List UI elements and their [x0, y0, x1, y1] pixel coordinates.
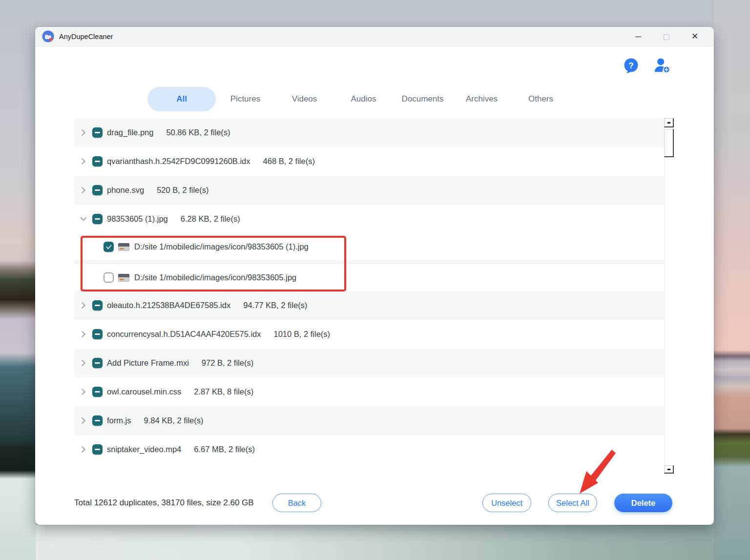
- tab-label: Pictures: [230, 94, 260, 104]
- chevron-down-icon[interactable]: [81, 216, 86, 222]
- tab-documents[interactable]: Documents: [393, 87, 452, 111]
- tab-label: Archives: [466, 94, 498, 104]
- file-group-name: qvarianthash.h.2542FD9C0991260B.idx: [107, 157, 250, 166]
- tab-videos[interactable]: Videos: [275, 87, 334, 111]
- chevron-right-icon[interactable]: [81, 129, 86, 136]
- tabs: AllPicturesVideosAudiosDocumentsArchives…: [147, 87, 570, 111]
- tab-archives[interactable]: Archives: [452, 87, 511, 111]
- file-group-name: sniptaker_video.mp4: [107, 445, 181, 454]
- tab-label: Documents: [402, 94, 444, 104]
- group-checkbox-indeterminate[interactable]: [92, 329, 103, 339]
- total-summary: Total 12612 duplicates, 38170 files, siz…: [74, 498, 254, 508]
- file-group-row[interactable]: oleauto.h.212538BA4DE67585.idx 94.77 KB,…: [74, 291, 664, 320]
- file-checkbox-unchecked[interactable]: [104, 272, 114, 283]
- tab-all[interactable]: All: [147, 87, 216, 111]
- toolbar: ?: [623, 57, 702, 74]
- group-checkbox-indeterminate[interactable]: [92, 444, 103, 455]
- file-group-name: owl.carousel.min.css: [107, 387, 181, 396]
- scrollbar[interactable]: [664, 118, 674, 474]
- file-group-name: concurrencysal.h.D51AC4AAF420E575.idx: [107, 330, 261, 339]
- help-icon[interactable]: ?: [623, 57, 639, 74]
- scrollbar-thumb[interactable]: [664, 129, 674, 157]
- maximize-button[interactable]: ▢: [652, 27, 681, 46]
- group-checkbox-indeterminate[interactable]: [92, 358, 103, 368]
- group-checkbox-indeterminate[interactable]: [92, 127, 103, 138]
- chevron-right-icon[interactable]: [81, 446, 86, 453]
- duplicate-children-group: D:/site 1/mobiledic/images/icon/98353605…: [74, 233, 664, 291]
- tab-label: Audios: [351, 94, 376, 104]
- wallpaper-marsh-strip: [714, 0, 750, 560]
- tab-label: All: [176, 94, 187, 104]
- file-thumbnail-icon: [118, 274, 129, 282]
- file-group-row[interactable]: phone.svg 520 B, 2 file(s): [74, 176, 664, 205]
- wallpaper-mountain-strip: [0, 0, 36, 560]
- file-group-name: oleauto.h.212538BA4DE67585.idx: [107, 301, 230, 310]
- chevron-right-icon[interactable]: [81, 360, 86, 366]
- chevron-right-icon[interactable]: [81, 331, 86, 337]
- file-group-name: drag_file.png: [107, 128, 153, 137]
- delete-button[interactable]: Delete: [614, 494, 672, 512]
- chevron-right-icon[interactable]: [81, 389, 86, 395]
- chevron-right-icon[interactable]: [81, 417, 86, 424]
- app-window: AnyDupeCleaner ─ ▢ ✕ ? AllPicturesVide: [35, 27, 714, 525]
- tab-label: Others: [528, 94, 553, 104]
- chevron-right-icon[interactable]: [81, 187, 86, 193]
- file-group-row[interactable]: qvarianthash.h.2542FD9C0991260B.idx 468 …: [74, 147, 664, 176]
- file-group-row[interactable]: Add Picture Frame.mxi 972 B, 2 file(s): [74, 349, 664, 377]
- wallpaper-lake-strip: [36, 525, 714, 560]
- minimize-button[interactable]: ─: [624, 27, 652, 46]
- group-checkbox-indeterminate[interactable]: [92, 214, 103, 224]
- scroll-up-button[interactable]: [664, 118, 674, 127]
- file-group-row[interactable]: sniptaker_video.mp4 6.67 MB, 2 file(s): [74, 435, 664, 464]
- back-button[interactable]: Back: [272, 494, 321, 512]
- window-controls: ─ ▢ ✕: [624, 27, 709, 46]
- chevron-right-icon[interactable]: [81, 302, 86, 309]
- unselect-button[interactable]: Unselect: [482, 494, 531, 512]
- file-group-meta: 6.28 KB, 2 file(s): [181, 214, 240, 224]
- group-checkbox-indeterminate[interactable]: [92, 156, 103, 166]
- file-group-row[interactable]: owl.carousel.min.css 2.87 KB, 8 file(s): [74, 377, 664, 406]
- scroll-down-button[interactable]: [664, 465, 674, 474]
- menu-icon[interactable]: [685, 57, 702, 74]
- file-group-meta: 520 B, 2 file(s): [157, 186, 208, 195]
- file-group-meta: 9.84 KB, 2 file(s): [144, 416, 204, 425]
- close-button[interactable]: ✕: [681, 27, 709, 46]
- titlebar: AnyDupeCleaner ─ ▢ ✕: [35, 27, 714, 46]
- tab-label: Videos: [292, 94, 317, 104]
- file-group-name: 98353605 (1).jpg: [107, 214, 168, 224]
- group-checkbox-indeterminate[interactable]: [92, 300, 103, 311]
- svg-text:?: ?: [628, 61, 633, 70]
- duplicate-file-row[interactable]: D:/site 1/mobiledic/images/icon/98353605…: [74, 264, 664, 291]
- chevron-right-icon[interactable]: [81, 158, 86, 165]
- file-path: D:/site 1/mobiledic/images/icon/98353605…: [134, 273, 296, 282]
- app-logo-icon: [42, 30, 54, 42]
- tab-pictures[interactable]: Pictures: [216, 87, 275, 111]
- file-group-row[interactable]: concurrencysal.h.D51AC4AAF420E575.idx 10…: [74, 320, 664, 349]
- file-group-name: phone.svg: [107, 186, 144, 195]
- group-checkbox-indeterminate[interactable]: [92, 415, 103, 426]
- file-group-row[interactable]: form.js 9.84 KB, 2 file(s): [74, 406, 664, 435]
- file-group-row[interactable]: 98353605 (1).jpg 6.28 KB, 2 file(s): [74, 205, 664, 233]
- file-group-meta: 6.67 MB, 2 file(s): [194, 445, 255, 454]
- file-group-name: form.js: [107, 416, 131, 425]
- window-title: AnyDupeCleaner: [59, 33, 113, 41]
- file-group-meta: 94.77 KB, 2 file(s): [243, 301, 307, 310]
- add-user-icon[interactable]: [654, 57, 670, 74]
- file-group-meta: 1010 B, 2 file(s): [274, 330, 331, 339]
- duplicate-file-list: drag_file.png 50.86 KB, 2 file(s) qvaria…: [74, 118, 664, 474]
- scrollbar-track[interactable]: [664, 157, 674, 465]
- tab-others[interactable]: Others: [511, 87, 570, 111]
- group-checkbox-indeterminate[interactable]: [92, 387, 103, 397]
- select-all-button[interactable]: Select All: [548, 494, 597, 512]
- file-group-meta: 50.86 KB, 2 file(s): [166, 128, 230, 137]
- file-group-meta: 2.87 KB, 8 file(s): [194, 387, 253, 396]
- duplicate-file-row[interactable]: D:/site 1/mobiledic/images/icon/98353605…: [74, 233, 664, 260]
- file-group-name: Add Picture Frame.mxi: [107, 358, 189, 368]
- file-checkbox-checked[interactable]: [104, 242, 114, 252]
- group-checkbox-indeterminate[interactable]: [92, 185, 103, 195]
- tab-audios[interactable]: Audios: [334, 87, 393, 111]
- file-group-meta: 972 B, 2 file(s): [202, 358, 253, 368]
- file-thumbnail-icon: [118, 243, 129, 251]
- file-group-row[interactable]: drag_file.png 50.86 KB, 2 file(s): [74, 118, 664, 147]
- file-group-meta: 468 B, 2 file(s): [263, 157, 315, 166]
